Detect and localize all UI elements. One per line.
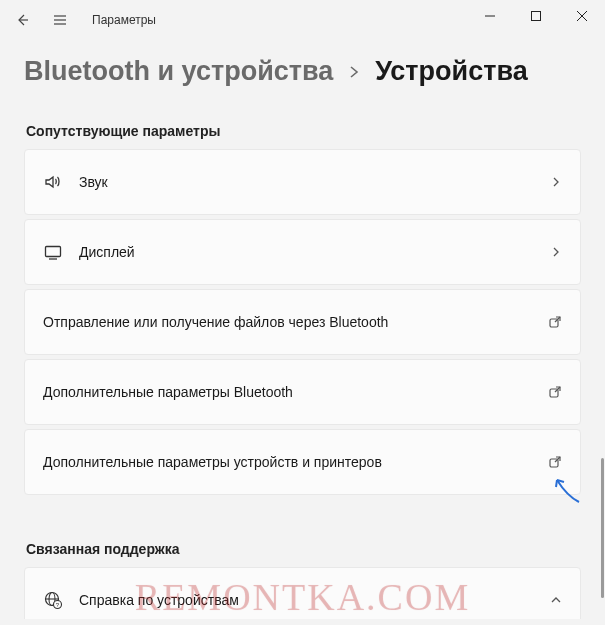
- svg-rect-8: [46, 247, 61, 257]
- section-header-support: Связанная поддержка: [26, 541, 581, 557]
- external-link-icon: [548, 455, 562, 469]
- settings-item-bluetooth-files[interactable]: Отправление или получение файлов через B…: [24, 289, 581, 355]
- display-icon: [43, 242, 79, 262]
- speaker-icon: [43, 172, 79, 192]
- external-link-icon: [548, 315, 562, 329]
- app-title: Параметры: [92, 13, 156, 27]
- external-link-icon: [548, 385, 562, 399]
- breadcrumb-parent[interactable]: Bluetooth и устройства: [24, 56, 333, 87]
- settings-item-help-devices[interactable]: ? Справка по устройствам: [24, 567, 581, 619]
- settings-item-display[interactable]: Дисплей: [24, 219, 581, 285]
- breadcrumb-current: Устройства: [375, 56, 527, 87]
- chevron-right-icon: [550, 176, 562, 188]
- titlebar: Параметры: [0, 0, 605, 40]
- settings-item-sound[interactable]: Звук: [24, 149, 581, 215]
- content-area: Сопутствующие параметры Звук Дисплей Отп…: [0, 109, 605, 619]
- settings-item-bluetooth-advanced[interactable]: Дополнительные параметры Bluetooth: [24, 359, 581, 425]
- back-button[interactable]: [12, 10, 32, 30]
- menu-button[interactable]: [50, 10, 70, 30]
- close-button[interactable]: [559, 0, 605, 32]
- settings-item-label: Дополнительные параметры Bluetooth: [43, 384, 293, 400]
- section-header-related: Сопутствующие параметры: [26, 123, 581, 139]
- settings-item-label: Отправление или получение файлов через B…: [43, 314, 388, 330]
- settings-item-label: Дисплей: [79, 244, 135, 260]
- breadcrumb: Bluetooth и устройства Устройства: [0, 40, 605, 109]
- settings-item-label: Дополнительные параметры устройств и при…: [43, 454, 382, 470]
- settings-item-label: Справка по устройствам: [79, 592, 239, 608]
- window-controls: [467, 0, 605, 32]
- settings-item-label: Звук: [79, 174, 108, 190]
- chevron-right-icon: [347, 65, 361, 79]
- minimize-button[interactable]: [467, 0, 513, 32]
- scrollbar-thumb[interactable]: [601, 458, 604, 598]
- globe-help-icon: ?: [43, 590, 79, 610]
- maximize-button[interactable]: [513, 0, 559, 32]
- svg-rect-5: [532, 12, 541, 21]
- settings-item-devices-printers[interactable]: Дополнительные параметры устройств и при…: [24, 429, 581, 495]
- chevron-up-icon: [550, 594, 562, 606]
- chevron-right-icon: [550, 246, 562, 258]
